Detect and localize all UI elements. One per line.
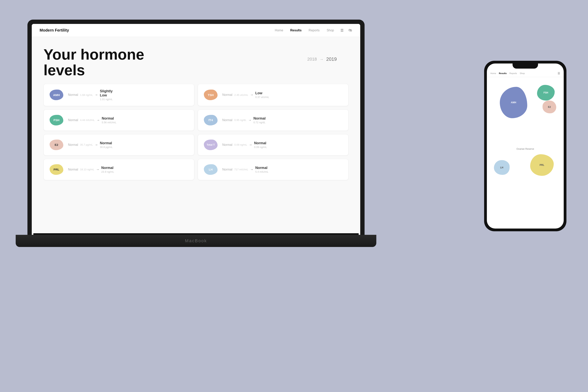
- hormone-info-lh: Normal 717 mIU/mL → Normal 5.4 mIU/mL: [222, 166, 342, 173]
- e2-from-value: 35.7 pg/mL: [80, 143, 93, 146]
- tsh-to-value: 0.37 uIU/mL: [255, 96, 269, 98]
- laptop-body: Modern Fertility Home Results Reports Sh…: [28, 20, 364, 235]
- totalt-to: Normal: [254, 141, 267, 145]
- prl-to-wrap: Normal 23.9 ng/mL: [101, 166, 114, 173]
- fsh-to-value: 5.56 mIU/mL: [102, 121, 116, 124]
- prl-from: Normal: [68, 168, 78, 171]
- hormone-card-prl[interactable]: PRL Normal 18.13 ng/mL → Normal 23.9 ng/…: [44, 159, 194, 180]
- tsh-to-wrap: Low 0.37 uIU/mL: [255, 91, 269, 98]
- phone-nav-shop[interactable]: Shop: [520, 72, 525, 74]
- nav-link-home[interactable]: Home: [275, 28, 283, 32]
- prl-to-value: 23.9 ng/mL: [101, 170, 114, 173]
- ovarian-reserve-label: Ovarian Reserve: [490, 148, 560, 150]
- lh-from: Normal: [222, 168, 232, 171]
- hormone-info-e2: Normal 35.7 pg/mL → Normal 30.8 pg/mL: [68, 141, 188, 148]
- laptop-navbar: Modern Fertility Home Results Reports Sh…: [32, 24, 360, 37]
- blob-prl: PRL: [530, 154, 554, 176]
- badge-tsh: TSH: [204, 90, 218, 100]
- menu-icon[interactable]: ☰: [340, 28, 344, 32]
- amh-to-value: 1.01 ng/mL: [100, 98, 113, 101]
- ft4-arrow: →: [248, 118, 252, 122]
- blob-prl-label: PRL: [540, 164, 544, 166]
- blob-lh-label: LH: [500, 166, 503, 169]
- amh-to: SlightlyLow: [100, 89, 113, 98]
- laptop-nav-icons: ☰ 🛍: [340, 28, 352, 32]
- blob-e2: E2: [542, 100, 556, 113]
- blob-amh-label: AMH: [511, 101, 516, 104]
- hormone-card-totalt[interactable]: Total T Normal 0.09 ng/mL → Normal 0.09 …: [198, 134, 348, 156]
- prl-arrow: →: [96, 168, 99, 171]
- cart-icon[interactable]: 🛍: [348, 28, 352, 32]
- badge-fsh: FSH: [50, 115, 63, 126]
- amh-to-wrap: SlightlyLow 1.01 ng/mL: [100, 89, 113, 101]
- ft4-from-value: 0.95 ng/dL: [234, 118, 246, 122]
- laptop-nav-brand: Modern Fertility: [40, 28, 275, 32]
- phone-nav-results[interactable]: Results: [499, 72, 507, 74]
- hormone-info-totalt: Normal 0.09 ng/mL → Normal 0.09 ng/mL: [222, 141, 342, 148]
- e2-from: Normal: [68, 143, 78, 146]
- hormone-info-prl: Normal 18.13 ng/mL → Normal 23.9 ng/mL: [68, 166, 188, 173]
- badge-lh: LH: [204, 164, 218, 175]
- totalt-arrow: →: [249, 143, 252, 146]
- amh-arrow: →: [95, 93, 98, 97]
- nav-link-results[interactable]: Results: [290, 28, 302, 32]
- phone-menu-icon[interactable]: ☰: [558, 72, 560, 75]
- hormone-info-tsh: Normal 2.45 uIU/mL → Low 0.37 uIU/mL: [222, 91, 342, 98]
- e2-to-wrap: Normal 30.8 pg/mL: [100, 141, 113, 148]
- hormone-card-tsh[interactable]: TSH Normal 2.45 uIU/mL → Low 0.37 uIU/mL: [198, 84, 348, 106]
- fsh-to: Normal: [102, 116, 116, 120]
- prl-to: Normal: [101, 166, 114, 170]
- e2-arrow: →: [95, 143, 98, 146]
- ft4-to-wrap: Normal 0.72 ng/dL: [254, 116, 266, 124]
- year-from: 2018: [307, 57, 317, 62]
- year-to: 2019: [326, 56, 337, 62]
- hormone-info-fsh: Normal 4.44 mIU/mL → Normal 5.56 mIU/mL: [68, 116, 188, 124]
- year-range: 2018 → 2019: [307, 56, 337, 62]
- ft4-to: Normal: [254, 116, 266, 120]
- blob-lh: LH: [494, 160, 510, 175]
- lh-arrow: →: [250, 168, 253, 171]
- phone-device: Home Results Reports Shop ☰ AMH FSH: [484, 61, 566, 231]
- blob-fsh-label: FSH: [544, 91, 548, 94]
- laptop-main: Your hormone levels 2018 → 2019 AMH: [32, 37, 360, 235]
- fsh-to-wrap: Normal 5.56 mIU/mL: [102, 116, 116, 124]
- badge-amh: AMH: [50, 90, 63, 100]
- hormone-card-ft4[interactable]: fT4 Normal 0.95 ng/dL → Normal 0.72 ng/d…: [198, 110, 348, 131]
- totalt-to-wrap: Normal 0.09 ng/mL: [254, 141, 267, 148]
- phone-nav-home[interactable]: Home: [490, 72, 496, 74]
- blob-fsh: FSH: [537, 85, 555, 100]
- phone-nav-reports[interactable]: Reports: [510, 72, 517, 74]
- tsh-from-value: 2.45 uIU/mL: [234, 94, 248, 96]
- fsh-from: Normal: [68, 118, 78, 122]
- totalt-from-value: 0.09 ng/mL: [234, 143, 247, 146]
- tsh-from: Normal: [222, 93, 232, 97]
- totalt-from: Normal: [222, 143, 232, 146]
- phone-notch: [512, 64, 538, 68]
- laptop-screen: Modern Fertility Home Results Reports Sh…: [32, 24, 360, 235]
- badge-e2: E2: [50, 140, 63, 150]
- hormone-card-e2[interactable]: E2 Normal 35.7 pg/mL → Normal 30.8 pg/mL: [44, 134, 194, 156]
- tsh-to: Low: [255, 91, 269, 95]
- hormone-card-fsh[interactable]: FSH Normal 4.44 mIU/mL → Normal 5.56 mIU…: [44, 110, 194, 131]
- ft4-from: Normal: [222, 118, 232, 122]
- badge-prl: PRL: [50, 164, 63, 175]
- fsh-arrow: →: [97, 118, 100, 122]
- e2-to: Normal: [100, 141, 113, 145]
- lh-to-value: 5.4 mIU/mL: [255, 170, 268, 173]
- phone-main: AMH FSH E2 Ovarian Reserve P: [487, 77, 564, 188]
- nav-link-reports[interactable]: Reports: [309, 28, 320, 32]
- fsh-from-value: 4.44 mIU/mL: [80, 118, 95, 122]
- nav-link-shop[interactable]: Shop: [327, 28, 334, 32]
- blob-e2-label: E2: [548, 106, 551, 108]
- laptop-base: MacBook: [16, 235, 376, 247]
- laptop-device: Modern Fertility Home Results Reports Sh…: [28, 20, 364, 357]
- amh-from-value: 1.68 ng/mL: [80, 94, 93, 96]
- hormone-card-lh[interactable]: LH Normal 717 mIU/mL → Normal 5.4 mIU/mL: [198, 159, 348, 180]
- hormone-info-amh: Normal 1.68 ng/mL → SlightlyLow 1.01 ng/…: [68, 89, 188, 101]
- year-arrow: →: [320, 57, 324, 62]
- ft4-to-value: 0.72 ng/dL: [254, 121, 266, 124]
- blob-group-2: PRL LH: [490, 152, 564, 184]
- hormone-grid: AMH Normal 1.68 ng/mL → SlightlyLow 1.01…: [44, 84, 348, 180]
- hormone-card-amh[interactable]: AMH Normal 1.68 ng/mL → SlightlyLow 1.01…: [44, 84, 194, 106]
- totalt-to-value: 0.09 ng/mL: [254, 146, 267, 148]
